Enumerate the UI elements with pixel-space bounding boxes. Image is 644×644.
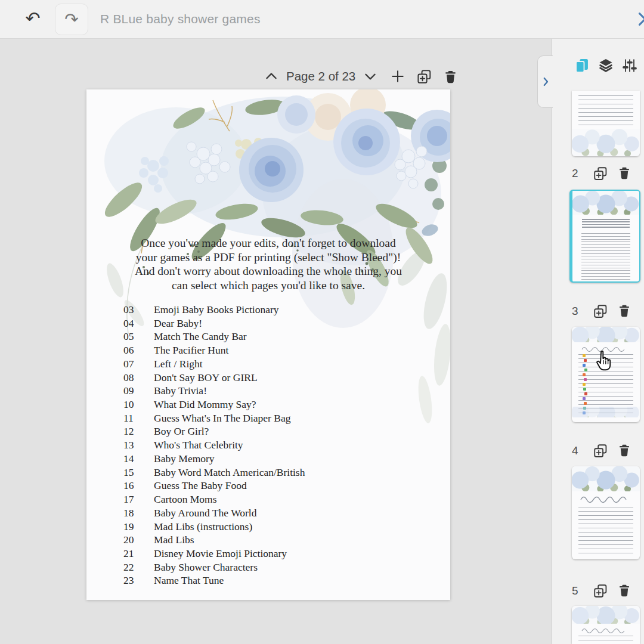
game-list-item[interactable]: 21 Disney Movie Emoji Pictionary bbox=[123, 547, 305, 561]
game-list-item[interactable]: 13 Who's That Celebrity bbox=[123, 438, 305, 452]
game-list-item[interactable]: 18 Baby Around The World bbox=[123, 506, 305, 520]
game-page-number: 13 bbox=[123, 438, 154, 452]
undo-button[interactable]: ↶ bbox=[23, 8, 43, 29]
game-page-number: 17 bbox=[123, 493, 154, 506]
game-title: Match The Candy Bar bbox=[154, 330, 247, 343]
game-list-item[interactable]: 12 Boy Or Girl? bbox=[123, 425, 305, 438]
document-title[interactable]: R BLue baby shower games bbox=[100, 0, 261, 38]
game-title: Baby Word Match American/British bbox=[154, 466, 305, 479]
mini-text-lines bbox=[578, 507, 633, 555]
game-page-number: 12 bbox=[123, 425, 154, 438]
game-title: Baby Around The World bbox=[154, 506, 256, 520]
game-list-item[interactable]: 22 Baby Shower Characters bbox=[123, 561, 305, 574]
document-canvas-page[interactable]: Once you've made your edits, don't forge… bbox=[86, 89, 450, 600]
sliders-icon bbox=[621, 57, 638, 74]
top-bar: ↶ ↷ R BLue baby shower games bbox=[0, 0, 644, 39]
page-4-thumbnail[interactable] bbox=[572, 466, 640, 559]
game-list-item[interactable]: 03 Emoji Baby Books Pictionary bbox=[123, 303, 305, 317]
game-list-item[interactable]: 08 Don't Say BOY or GIRL bbox=[123, 371, 305, 385]
duplicate-page-4-button[interactable] bbox=[593, 443, 608, 459]
game-page-number: 09 bbox=[123, 384, 154, 398]
trash-icon bbox=[443, 69, 458, 84]
game-list-item[interactable]: 15 Baby Word Match American/British bbox=[123, 466, 305, 479]
settings-tab-button[interactable] bbox=[621, 57, 638, 74]
game-list-item[interactable]: 23 Name That Tune bbox=[123, 574, 305, 587]
game-title: Emoji Baby Books Pictionary bbox=[154, 303, 279, 317]
page-5-label-row: 5 bbox=[572, 582, 633, 600]
delete-page-5-button[interactable] bbox=[617, 583, 633, 599]
game-page-number: 18 bbox=[123, 506, 154, 520]
game-list-item[interactable]: 05 Match The Candy Bar bbox=[123, 330, 305, 343]
game-page-number: 03 bbox=[123, 303, 154, 317]
game-list-item[interactable]: 09 Baby Trivia! bbox=[123, 384, 305, 398]
game-title: Baby Memory bbox=[154, 452, 215, 466]
delete-page-button[interactable] bbox=[441, 67, 459, 85]
game-page-number: 14 bbox=[123, 452, 154, 466]
pages-tab-button[interactable] bbox=[574, 57, 590, 74]
game-title: Cartoon Moms bbox=[154, 493, 217, 506]
editor-window: ↶ ↷ R BLue baby shower games Page 2 of 2… bbox=[0, 0, 644, 644]
duplicate-page-5-button[interactable] bbox=[593, 583, 608, 599]
delete-page-3-button[interactable] bbox=[617, 304, 633, 319]
next-page-button[interactable] bbox=[360, 66, 380, 86]
game-list-item[interactable]: 14 Baby Memory bbox=[123, 452, 305, 466]
intro-paragraph[interactable]: Once you've made your edits, don't forge… bbox=[110, 236, 426, 292]
duplicate-page-2-button[interactable] bbox=[593, 166, 608, 181]
game-title: Left / Right bbox=[154, 357, 203, 371]
mini-list-lines bbox=[581, 233, 631, 283]
game-list-item[interactable]: 20 Mad Libs bbox=[123, 533, 305, 547]
layers-tab-button[interactable] bbox=[597, 57, 614, 74]
game-page-number: 11 bbox=[123, 411, 154, 425]
delete-page-4-button[interactable] bbox=[617, 443, 633, 459]
mini-intro-lines bbox=[582, 219, 630, 230]
game-list-item[interactable]: 10 What Did Mommy Say? bbox=[123, 398, 305, 411]
game-page-number: 06 bbox=[123, 343, 154, 357]
header-chevron-right-icon[interactable] bbox=[633, 11, 644, 27]
page-1-thumbnail[interactable] bbox=[572, 91, 640, 156]
duplicate-icon bbox=[593, 166, 608, 181]
game-page-number: 08 bbox=[123, 371, 154, 385]
duplicate-page-3-button[interactable] bbox=[593, 304, 608, 319]
page-3-thumbnail[interactable] bbox=[572, 327, 640, 422]
game-list-item[interactable]: 11 Guess What's In The Diaper Bag bbox=[123, 411, 305, 425]
delete-page-2-button[interactable] bbox=[617, 166, 633, 181]
mini-emoji-dots bbox=[583, 354, 586, 357]
page-2-thumbnail-selected[interactable] bbox=[569, 190, 640, 283]
game-list-item[interactable]: 04 Dear Baby! bbox=[123, 317, 305, 330]
add-page-button[interactable] bbox=[389, 67, 407, 85]
page-number: 3 bbox=[572, 305, 584, 318]
game-list-item[interactable]: 06 The Pacifier Hunt bbox=[123, 343, 305, 357]
mini-script-title bbox=[581, 345, 631, 352]
game-title: Dear Baby! bbox=[154, 317, 202, 330]
game-title: What Did Mommy Say? bbox=[154, 398, 256, 411]
page-number: 5 bbox=[572, 584, 584, 597]
game-page-number: 20 bbox=[123, 533, 154, 547]
duplicate-icon bbox=[416, 69, 432, 85]
duplicate-icon bbox=[593, 304, 608, 319]
game-list-item[interactable]: 19 Mad Libs (instructions) bbox=[123, 520, 305, 534]
game-list-item[interactable]: 16 Guess The Baby Food bbox=[123, 479, 305, 493]
game-page-number: 10 bbox=[123, 398, 154, 411]
trash-icon bbox=[617, 443, 631, 457]
game-page-number: 05 bbox=[123, 330, 154, 343]
redo-button[interactable]: ↷ bbox=[55, 4, 88, 35]
mini-text-lines bbox=[578, 636, 633, 644]
game-page-number: 23 bbox=[123, 574, 154, 587]
game-title: Guess What's In The Diaper Bag bbox=[154, 411, 290, 425]
page-3-label-row: 3 bbox=[572, 302, 633, 320]
games-list[interactable]: 03 Emoji Baby Books Pictionary 04 Dear B… bbox=[123, 303, 305, 587]
game-list-item[interactable]: 17 Cartoon Moms bbox=[123, 493, 305, 506]
game-title: Baby Trivia! bbox=[154, 384, 207, 398]
panel-collapse-handle[interactable] bbox=[537, 55, 553, 108]
game-title: Name That Tune bbox=[154, 574, 224, 587]
page-5-thumbnail[interactable] bbox=[572, 606, 640, 644]
duplicate-page-button[interactable] bbox=[415, 67, 433, 85]
game-title: Disney Movie Emoji Pictionary bbox=[154, 547, 287, 561]
game-title: Mad Libs (instructions) bbox=[154, 520, 252, 534]
mini-floral-art bbox=[572, 327, 640, 342]
game-title: Mad Libs bbox=[154, 533, 194, 547]
previous-page-button[interactable] bbox=[261, 66, 281, 86]
game-list-item[interactable]: 07 Left / Right bbox=[123, 357, 305, 371]
page-navigation: Page 2 of 23 bbox=[261, 64, 459, 88]
pages-icon bbox=[574, 57, 590, 74]
